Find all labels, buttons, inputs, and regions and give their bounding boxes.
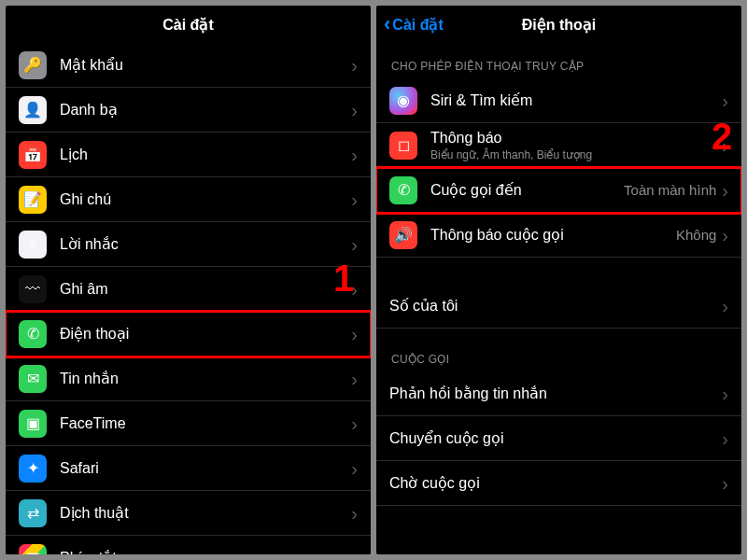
settings-row-ghi-âm[interactable]: 〰Ghi âm› (6, 267, 371, 312)
row-label: Điện thoại (60, 325, 351, 343)
header-right: ‹ Cài đặt Điện thoại (376, 6, 741, 43)
chevron-right-icon: › (722, 136, 728, 155)
chevron-right-icon: › (351, 459, 358, 478)
settings-row-facetime[interactable]: ▣FaceTime› (6, 401, 371, 446)
settings-row-tin-nhắn[interactable]: ✉Tin nhắn› (6, 357, 371, 401)
settings-row-safari[interactable]: ✦Safari› (6, 446, 371, 491)
chevron-right-icon: › (722, 91, 728, 110)
calls-row-2[interactable]: Chờ cuộc gọi› (376, 461, 741, 506)
chevron-right-icon: › (351, 414, 358, 433)
chevron-right-icon: › (351, 101, 358, 119)
row-label: Tin nhắn (60, 370, 351, 387)
settings-row-lịch[interactable]: 📅Lịch› (6, 133, 371, 177)
row-label: Cuộc gọi đến (430, 181, 624, 199)
app-icon: ✦ (19, 455, 47, 483)
chevron-right-icon: › (722, 181, 728, 200)
calls-row-0[interactable]: Phản hồi bằng tin nhắn› (376, 371, 741, 416)
row-label: Ghi âm (60, 281, 351, 298)
row-label: FaceTime (60, 415, 351, 432)
row-label: Danh bạ (60, 101, 351, 119)
app-icon: ⇄ (19, 499, 47, 527)
chevron-right-icon: › (351, 190, 358, 209)
settings-row-phím-tắt[interactable]: ▦Phím tắt› (6, 536, 371, 554)
app-icon: ◻ (389, 132, 417, 160)
chevron-right-icon: › (351, 56, 358, 75)
row-label: Thông báo cuộc gọi (430, 226, 676, 244)
chevron-right-icon: › (722, 297, 728, 315)
row-subtext: Biểu ngữ, Âm thanh, Biểu tượng (430, 148, 722, 161)
row-label: Lời nhắc (60, 235, 351, 253)
app-icon: ▣ (19, 410, 47, 438)
section-header-allow: CHO PHÉP ĐIỆN THOẠI TRUY CẬP (376, 43, 741, 78)
allow-row-3[interactable]: 🔊Thông báo cuộc gọiKhông› (376, 213, 741, 258)
chevron-right-icon: › (351, 280, 358, 299)
app-icon: 📅 (19, 141, 47, 169)
row-label: Thông báo (430, 130, 722, 147)
settings-row-danh-bạ[interactable]: 👤Danh bạ› (6, 88, 371, 133)
allow-row-0[interactable]: ◉Siri & Tìm kiếm› (376, 78, 741, 123)
chevron-right-icon: › (722, 226, 728, 245)
row-label: Chuyển cuộc gọi (389, 429, 722, 447)
chevron-right-icon: › (351, 504, 358, 523)
row-label: Số của tôi (389, 297, 722, 315)
chevron-right-icon: › (722, 385, 728, 403)
chevron-right-icon: › (351, 325, 358, 343)
phone-settings-screen: ‹ Cài đặt Điện thoại CHO PHÉP ĐIỆN THOẠI… (376, 6, 741, 554)
app-icon: 👤 (19, 96, 47, 124)
row-label: Safari (60, 460, 351, 477)
row-label: Ghi chú (60, 191, 351, 208)
row-label: Phản hồi bằng tin nhắn (389, 385, 722, 402)
row-value: Toàn màn hình (624, 182, 722, 198)
settings-list: 🔑Mật khẩu›👤Danh bạ›📅Lịch›📝Ghi chú›≡Lời n… (6, 43, 371, 554)
row-label: Dịch thuật (60, 504, 351, 522)
header-left: Cài đặt (6, 6, 371, 43)
app-icon: 📝 (19, 186, 47, 214)
row-label: Siri & Tìm kiếm (430, 91, 722, 109)
settings-row-ghi-chú[interactable]: 📝Ghi chú› (6, 177, 371, 222)
allow-row-2[interactable]: ✆Cuộc gọi đếnToàn màn hình› (376, 168, 741, 213)
phone-settings-content: CHO PHÉP ĐIỆN THOẠI TRUY CẬP ◉Siri & Tìm… (376, 43, 741, 554)
settings-row-dịch-thuật[interactable]: ⇄Dịch thuật› (6, 491, 371, 536)
row-label: Chờ cuộc gọi (389, 474, 722, 492)
chevron-right-icon: › (351, 146, 358, 164)
settings-row-điện-thoại[interactable]: ✆Điện thoại› (6, 312, 371, 357)
app-icon: 🔊 (389, 221, 417, 249)
row-label: Phím tắt (60, 549, 351, 554)
row-label: Mật khẩu (60, 56, 351, 74)
section-header-calls: CUỘC GỌI (376, 329, 741, 371)
chevron-right-icon: › (351, 370, 358, 388)
app-icon: ≡ (19, 231, 47, 259)
chevron-right-icon: › (351, 549, 358, 555)
chevron-right-icon: › (722, 429, 728, 448)
row-value: Không (676, 227, 722, 243)
settings-row-lời-nhắc[interactable]: ≡Lời nhắc› (6, 222, 371, 267)
page-title: Điện thoại (522, 16, 597, 34)
back-button[interactable]: ‹ Cài đặt (384, 6, 444, 43)
row-my-number[interactable]: Số của tôi › (376, 284, 741, 329)
allow-row-1[interactable]: ◻Thông báoBiểu ngữ, Âm thanh, Biểu tượng… (376, 123, 741, 168)
app-icon: ▦ (19, 544, 47, 555)
app-icon: ◉ (389, 87, 417, 115)
app-icon: ✉ (19, 365, 47, 393)
back-label: Cài đặt (392, 16, 443, 34)
chevron-left-icon: ‹ (384, 14, 390, 35)
chevron-right-icon: › (351, 235, 358, 254)
settings-screen: Cài đặt 🔑Mật khẩu›👤Danh bạ›📅Lịch›📝Ghi ch… (6, 6, 371, 554)
app-icon: ✆ (389, 176, 417, 204)
calls-row-1[interactable]: Chuyển cuộc gọi› (376, 416, 741, 461)
chevron-right-icon: › (722, 474, 728, 493)
app-icon: ✆ (19, 320, 47, 348)
app-icon: 〰 (19, 275, 47, 303)
row-label: Lịch (60, 146, 351, 163)
settings-row-mật-khẩu[interactable]: 🔑Mật khẩu› (6, 43, 371, 88)
page-title: Cài đặt (162, 16, 213, 34)
app-icon: 🔑 (19, 51, 47, 79)
